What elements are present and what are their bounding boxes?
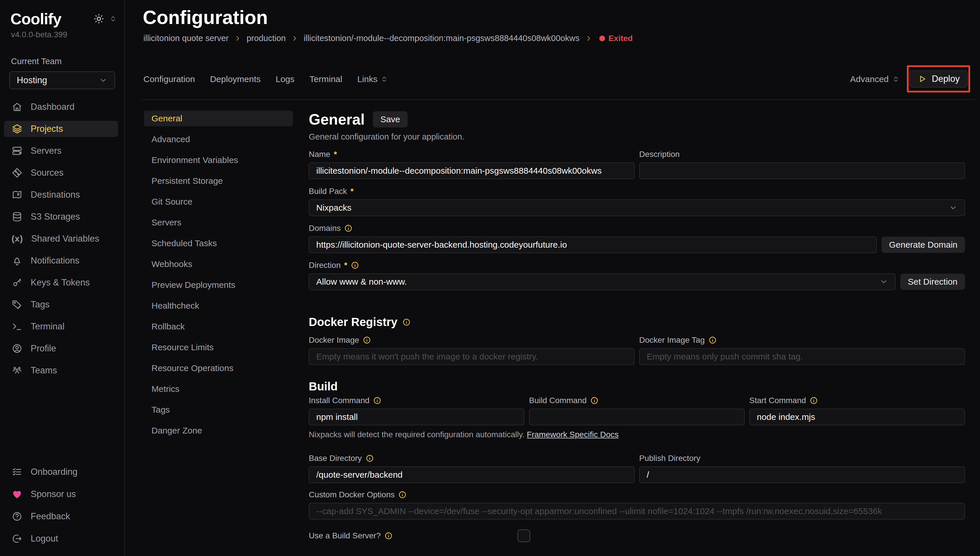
breadcrumb-item[interactable]: illicitestonion/-module--decomposition:m… [304, 34, 579, 43]
sidebar-nav: DashboardProjectsServersSourcesDestinati… [4, 99, 118, 378]
tab-links[interactable]: Links [357, 74, 388, 84]
use-build-server-label: Use a Build Server? [309, 531, 393, 540]
subnav-item-persistent-storage[interactable]: Persistent Storage [144, 173, 293, 189]
info-icon[interactable] [398, 490, 407, 499]
subnav-item-environment-variables[interactable]: Environment Variables [144, 152, 293, 168]
sidebar-item-feedback[interactable]: Feedback [4, 508, 118, 525]
build-pack-select[interactable]: Nixpacks [309, 199, 965, 216]
publish-directory-input[interactable] [639, 466, 965, 483]
sidebar-item-s3-storages[interactable]: S3 Storages [4, 208, 118, 225]
sidebar-item-logout[interactable]: Logout [4, 530, 118, 547]
tab-terminal[interactable]: Terminal [310, 74, 342, 84]
custom-docker-options-input[interactable] [309, 503, 965, 520]
build-command-input[interactable] [529, 409, 745, 425]
subnav-item-metrics[interactable]: Metrics [144, 381, 293, 397]
info-icon[interactable] [384, 532, 393, 540]
info-icon[interactable] [590, 396, 599, 405]
breadcrumb-item[interactable]: production [247, 34, 286, 43]
sidebar-item-label: Dashboard [31, 102, 74, 112]
tab-logs[interactable]: Logs [276, 74, 294, 84]
sidebar-item-teams[interactable]: Teams [4, 362, 118, 378]
subnav-item-danger-zone[interactable]: Danger Zone [144, 423, 293, 438]
subnav-item-tags[interactable]: Tags [144, 402, 293, 418]
subnav-item-preview-deployments[interactable]: Preview Deployments [144, 277, 293, 293]
sidebar-item-shared-variables[interactable]: (x)Shared Variables [4, 231, 118, 247]
subnav-item-resource-operations[interactable]: Resource Operations [144, 360, 293, 376]
description-input[interactable] [639, 162, 965, 179]
subnav-item-resource-limits[interactable]: Resource Limits [144, 339, 293, 355]
sidebar-item-label: Destinations [31, 189, 80, 200]
info-icon[interactable] [373, 396, 382, 405]
subnav-item-rollback[interactable]: Rollback [144, 319, 293, 335]
sidebar-item-label: Profile [31, 343, 56, 354]
sidebar-item-label: Feedback [31, 511, 70, 522]
install-command-input[interactable] [309, 409, 524, 425]
sidebar-item-projects[interactable]: Projects [4, 121, 118, 137]
breadcrumb-item[interactable]: illicitonion quote server [143, 34, 229, 43]
framework-docs-link[interactable]: Framework Specific Docs [527, 430, 618, 439]
base-directory-label: Base Directory [309, 454, 634, 463]
tab-deployments[interactable]: Deployments [210, 74, 260, 84]
team-select[interactable]: Hosting [9, 71, 115, 89]
chevron-right-icon [234, 35, 241, 42]
sidebar-item-onboarding[interactable]: Onboarding [4, 464, 118, 480]
sidebar-item-servers[interactable]: Servers [4, 143, 118, 159]
info-icon[interactable] [351, 261, 359, 270]
save-button[interactable]: Save [373, 111, 408, 128]
direction-select[interactable]: Allow www & non-www. [309, 273, 896, 290]
info-icon[interactable] [365, 454, 374, 463]
name-input[interactable] [309, 162, 634, 179]
sidebar-item-tags[interactable]: Tags [4, 296, 118, 313]
sidebar-item-dashboard[interactable]: Dashboard [4, 99, 118, 115]
subnav-item-healthcheck[interactable]: Healthcheck [144, 298, 293, 314]
tab-configuration[interactable]: Configuration [143, 74, 195, 84]
subnav-item-advanced[interactable]: Advanced [144, 131, 293, 147]
use-build-server-checkbox[interactable] [517, 529, 530, 542]
page-title: Configuration [143, 6, 268, 28]
start-command-input[interactable] [749, 409, 965, 425]
sidebar-item-terminal[interactable]: Terminal [4, 318, 118, 335]
required-asterisk: * [334, 150, 337, 159]
sidebar-item-destinations[interactable]: Destinations [4, 187, 118, 203]
profile-icon [11, 343, 23, 354]
description-label: Description [639, 150, 965, 159]
info-icon[interactable] [362, 336, 371, 344]
subnav-item-git-source[interactable]: Git Source [144, 194, 293, 210]
sidebar-item-notifications[interactable]: Notifications [4, 252, 118, 269]
breadcrumb: illicitonion quote serverproductionillic… [143, 34, 633, 43]
info-icon[interactable] [344, 224, 353, 233]
tab-label: Configuration [143, 74, 195, 84]
info-icon[interactable] [708, 336, 717, 344]
advanced-dropdown-label: Advanced [850, 74, 889, 84]
sidebar-item-label: Shared Variables [31, 233, 99, 244]
tabs: ConfigurationDeploymentsLogsTerminalLink… [143, 74, 388, 84]
publish-directory-label: Publish Directory [639, 454, 965, 463]
generate-domain-button[interactable]: Generate Domain [881, 237, 965, 253]
info-icon[interactable] [402, 318, 411, 326]
subnav-item-general[interactable]: General [144, 111, 293, 126]
advanced-dropdown[interactable]: Advanced [850, 74, 900, 84]
required-asterisk: * [344, 261, 347, 270]
app-logo[interactable]: Coolify [10, 10, 61, 28]
sidebar-item-profile[interactable]: Profile [4, 340, 118, 357]
info-icon[interactable] [809, 396, 818, 405]
sidebar-item-sponsor-us[interactable]: Sponsor us [4, 486, 118, 502]
base-directory-input[interactable] [309, 466, 634, 483]
sidebar-item-keys-tokens[interactable]: Keys & Tokens [4, 275, 118, 291]
set-direction-button[interactable]: Set Direction [900, 274, 965, 290]
subnav-item-scheduled-tasks[interactable]: Scheduled Tasks [144, 236, 293, 251]
team-select-value: Hosting [17, 75, 47, 86]
deploy-button-label: Deploy [932, 74, 960, 84]
domains-input[interactable] [309, 236, 877, 253]
docker-image-tag-input[interactable] [639, 348, 965, 365]
config-subnav: GeneralAdvancedEnvironment VariablesPers… [144, 111, 293, 438]
subnav-item-webhooks[interactable]: Webhooks [144, 256, 293, 272]
subnav-item-servers[interactable]: Servers [144, 215, 293, 230]
deploy-button[interactable]: Deploy [909, 70, 968, 87]
theme-select-chevrons-icon[interactable] [109, 15, 117, 23]
theme-toggle-icon[interactable] [93, 13, 105, 24]
play-icon [917, 74, 927, 84]
chevron-down-icon [880, 277, 888, 286]
docker-image-input[interactable] [309, 348, 634, 365]
sidebar-item-sources[interactable]: Sources [4, 165, 118, 181]
